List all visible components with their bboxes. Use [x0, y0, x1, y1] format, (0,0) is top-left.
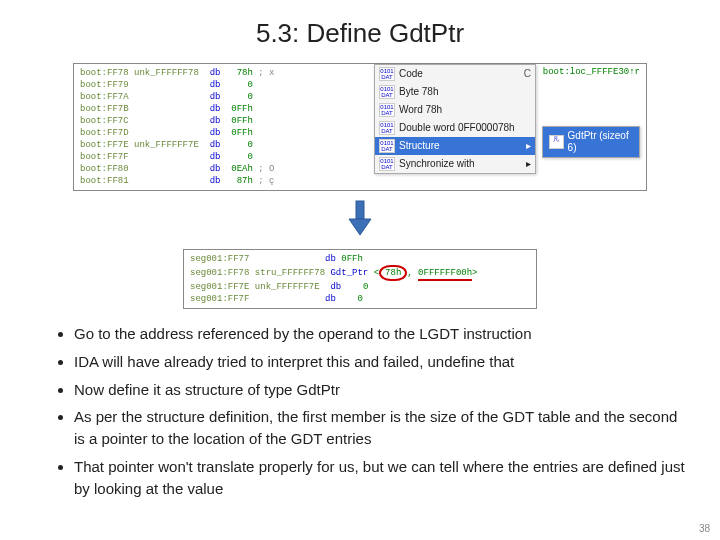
- disasm-row: boot:FF80 db 0EAh ; O: [80, 163, 640, 175]
- context-menu-item[interactable]: 0101DATCodeC: [375, 65, 535, 83]
- ida-disassembly-after: seg001:FF77 db 0FFh seg001:FF78 stru_FFF…: [183, 249, 537, 309]
- bullet-item: Go to the address referenced by the oper…: [74, 323, 690, 345]
- data-type-icon: 0101DAT: [379, 103, 395, 117]
- context-menu-item[interactable]: 0101DATDouble word 0FF000078h: [375, 119, 535, 137]
- circled-value: 78h: [379, 265, 407, 281]
- context-menu-item[interactable]: 0101DATSynchronize with▸: [375, 155, 535, 173]
- svg-marker-1: [349, 219, 371, 235]
- bullet-item: IDA will have already tried to interpret…: [74, 351, 690, 373]
- underlined-value: 0FFFFFF00h: [418, 267, 472, 281]
- struct-icon: 凡: [549, 135, 564, 149]
- disasm-row: boot:FF79 db 0: [80, 79, 640, 91]
- submenu-label: GdtPtr (sizeof 6): [568, 130, 633, 154]
- bullet-item: Now define it as structure of type GdtPt…: [74, 379, 690, 401]
- disasm-row: boot:FF7B db 0FFh: [80, 103, 640, 115]
- data-type-icon: 0101DAT: [379, 139, 395, 153]
- submenu-item-gdtptr[interactable]: 凡 GdtPtr (sizeof 6): [543, 127, 639, 157]
- data-type-icon: 0101DAT: [379, 157, 395, 171]
- bullet-list: Go to the address referenced by the oper…: [34, 323, 690, 499]
- context-menu-item[interactable]: 0101DATStructure▸: [375, 137, 535, 155]
- data-type-icon: 0101DAT: [379, 121, 395, 135]
- bullet-item: As per the structure definition, the fir…: [74, 406, 690, 450]
- data-type-icon: 0101DAT: [379, 67, 395, 81]
- disasm-row: boot:FF81 db 87h ; ç: [80, 175, 640, 187]
- bullet-item: That pointer won't translate properly fo…: [74, 456, 690, 500]
- context-menu[interactable]: 0101DATCodeC0101DATByte 78h0101DATWord 7…: [374, 64, 536, 174]
- svg-rect-0: [356, 201, 364, 219]
- structure-submenu[interactable]: 凡 GdtPtr (sizeof 6): [542, 126, 640, 158]
- context-menu-item[interactable]: 0101DATWord 78h: [375, 101, 535, 119]
- page-title: 5.3: Define GdtPtr: [0, 18, 720, 49]
- context-menu-item[interactable]: 0101DATByte 78h: [375, 83, 535, 101]
- ida-disassembly-before: boot:FF78 unk_FFFFFF78 db 78h ; xboot:FF…: [73, 63, 647, 191]
- data-type-icon: 0101DAT: [379, 85, 395, 99]
- disasm-row: boot:FF7A db 0: [80, 91, 640, 103]
- page-number: 38: [699, 523, 710, 534]
- arrow-down-icon: [345, 199, 375, 243]
